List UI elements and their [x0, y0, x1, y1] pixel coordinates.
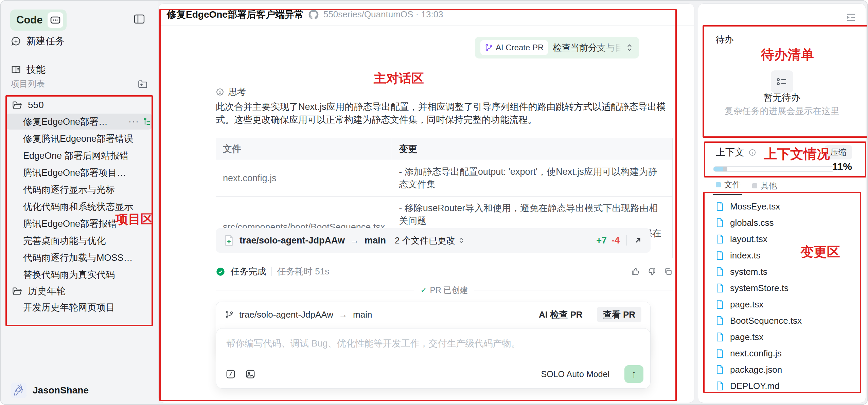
ai-create-pr-pill[interactable]: AI Create PR 检查当前分支与目标分支的差异: [475, 37, 639, 58]
thinking-toggle[interactable]: 思考: [216, 86, 246, 98]
send-button[interactable]: ↑: [624, 365, 643, 383]
files-changed-toggle[interactable]: 2 个文件已更改: [395, 235, 465, 247]
pr-created-label: PR 已创建: [430, 285, 468, 296]
file-name: BootSequence.tsx: [730, 316, 802, 326]
changed-file-list: MossEye.tsxglobals.csslayout.tsxindex.ts…: [716, 198, 855, 394]
table-header-file: 文件: [216, 138, 392, 160]
ellipsis-icon[interactable]: ···: [128, 116, 143, 127]
task-item-active[interactable]: 修复EdgeOne部署后客户端异常···: [6, 114, 152, 130]
folder-icon: [12, 287, 22, 295]
context-bar-other-segment: [723, 167, 727, 171]
task-item[interactable]: 完善桌面功能与优化: [6, 232, 152, 249]
project-list-label: 项目列表: [11, 78, 45, 89]
sidebar-toggle-icon[interactable]: [134, 14, 145, 24]
task-duration: 任务耗时 51s: [277, 266, 329, 277]
arrow: →: [350, 235, 359, 246]
project-folder[interactable]: 550: [6, 97, 152, 113]
folder-plus-icon[interactable]: [138, 80, 147, 88]
copy-icon[interactable]: [664, 267, 673, 276]
file-icon: [716, 316, 724, 325]
file-list-item[interactable]: system.ts: [716, 264, 855, 280]
branch-diff-card[interactable]: trae/solo-agent-JdpAAw → main 2 个文件已更改 +…: [216, 228, 651, 253]
file-icon: [716, 267, 724, 276]
file-icon: [716, 283, 724, 293]
file-name: systemStore.ts: [730, 283, 789, 293]
task-item[interactable]: 代码雨逐行加载与MOSS系统运行模拟: [6, 249, 152, 266]
user-name: JasonShane: [33, 385, 89, 396]
additions-count: +7: [596, 235, 607, 246]
legend-other-tab[interactable]: 其他: [752, 180, 777, 191]
ai-create-pr-badge: AI Create PR: [480, 40, 548, 55]
file-list-item[interactable]: layout.tsx: [716, 231, 855, 247]
pr-target-branch: main: [353, 309, 372, 320]
file-icon: [716, 234, 724, 244]
task-item[interactable]: 腾讯EdgeOne部署项目报错：类型错误: [6, 164, 152, 181]
merge-summary-text: 此次合并主要实现了Next.js应用的静态导出配置，并相应调整了引导序列组件的路…: [216, 100, 673, 126]
file-name: next.config.js: [730, 348, 782, 359]
task-item[interactable]: 修复腾讯Edgeone部署错误: [6, 130, 152, 147]
sidebar-item-skills[interactable]: 技能: [11, 63, 46, 76]
change-cell: - 添加静态导出配置output: 'export'，使Next.js应用可以构…: [392, 160, 673, 197]
file-icon: [716, 381, 724, 391]
file-list-item[interactable]: BootSequence.tsx: [716, 313, 855, 329]
app-logo[interactable]: Code: [10, 10, 67, 31]
legend-files-tab[interactable]: 文件: [716, 179, 741, 192]
composer-input[interactable]: [226, 337, 641, 365]
file-list-item[interactable]: next.config.js: [716, 345, 855, 361]
file-list-item[interactable]: package.json: [716, 361, 855, 378]
file-list-item[interactable]: systemStore.ts: [716, 280, 855, 296]
other-legend-swatch: [752, 183, 757, 188]
thumbs-down-icon[interactable]: [648, 267, 656, 276]
task-item[interactable]: 开发历史年轮网页项目: [6, 299, 152, 316]
compress-button[interactable]: 压缩: [825, 145, 852, 159]
project-folder[interactable]: 历史年轮: [6, 283, 152, 299]
info-circle-icon[interactable]: [748, 149, 756, 156]
task-item[interactable]: EdgeOne 部署后网站报错: [6, 147, 152, 164]
slash-command-icon[interactable]: [225, 368, 236, 380]
file-legend-swatch: [716, 182, 721, 187]
file-list-item[interactable]: globals.css: [716, 215, 855, 231]
user-profile[interactable]: JasonShane: [11, 383, 89, 398]
file-list-item[interactable]: MossEye.tsx: [716, 198, 855, 215]
arrow-up-right-icon[interactable]: [634, 236, 642, 245]
thinking-label: 思考: [228, 86, 246, 98]
file-list-item[interactable]: index.ts: [716, 247, 855, 264]
avatar: [11, 383, 26, 398]
file-icon: [716, 332, 724, 342]
sidebar-item-new-task[interactable]: 新建任务: [11, 35, 65, 48]
file-list-item[interactable]: page.tsx: [716, 296, 855, 313]
view-pr-button[interactable]: 查看 PR: [597, 307, 641, 322]
file-name: index.ts: [730, 250, 761, 261]
file-icon: [716, 365, 724, 374]
tree-list-icon[interactable]: [143, 117, 152, 126]
task-item[interactable]: 替换代码雨为真实代码: [6, 266, 152, 283]
chevron-sort-icon[interactable]: [625, 43, 634, 52]
model-selector[interactable]: SOLO Auto Model: [541, 369, 609, 379]
project-list: 550修复EdgeOne部署后客户端异常···修复腾讯Edgeone部署错误Ed…: [6, 97, 152, 316]
thumbs-up-icon[interactable]: [631, 267, 640, 276]
table-header-change: 变更: [392, 138, 673, 160]
arrow: →: [339, 309, 348, 320]
robot-face-icon: [48, 12, 63, 28]
task-title: 修复EdgeOne部署后客户端异常: [167, 8, 304, 21]
todo-empty-desc: 复杂任务的进展会显示在这里: [698, 105, 866, 117]
todo-section-title: 待办: [716, 34, 733, 46]
task-item[interactable]: 代码雨逐行显示与光标: [6, 181, 152, 198]
file-icon: [716, 300, 724, 309]
task-item[interactable]: 优化代码雨和系统状态显示: [6, 198, 152, 215]
check-icon: ✓: [420, 285, 427, 295]
image-icon[interactable]: [245, 368, 256, 380]
target-branch: main: [365, 235, 386, 246]
pr-created-divider: ✓PR 已创建: [216, 285, 673, 296]
right-panel: 待办 暂无待办 复杂任务的进展会显示在这里 上下文 压缩 11% 文件 其他 M…: [698, 3, 866, 403]
sidebar: Code 新建任务 技能 项目列表 550修复EdgeOne部: [1, 1, 158, 404]
task-item[interactable]: 腾讯EdgeOne部署报错: [6, 215, 152, 232]
app-window: Code 新建任务 技能 项目列表 550修复EdgeOne部: [0, 0, 868, 405]
context-usage-bar: [713, 166, 835, 172]
folder-icon: [12, 101, 22, 109]
ai-check-pr-button[interactable]: AI 检查 PR: [539, 309, 583, 321]
file-name: page.tsx: [730, 332, 763, 342]
file-list-item[interactable]: DEPLOY.md: [716, 378, 855, 394]
file-list-item[interactable]: page.tsx: [716, 329, 855, 345]
indent-icon[interactable]: [845, 13, 857, 22]
